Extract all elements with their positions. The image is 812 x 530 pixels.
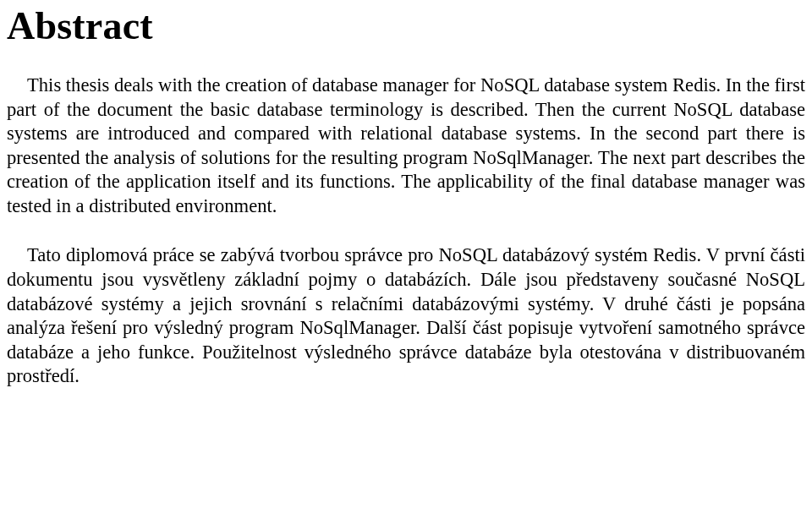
page-title: Abstract <box>7 3 805 48</box>
abstract-page: Abstract This thesis deals with the crea… <box>0 0 812 530</box>
abstract-paragraph-cs: Tato diplomová práce se zabývá tvorbou s… <box>7 243 805 388</box>
abstract-paragraph-en: This thesis deals with the creation of d… <box>7 74 805 218</box>
